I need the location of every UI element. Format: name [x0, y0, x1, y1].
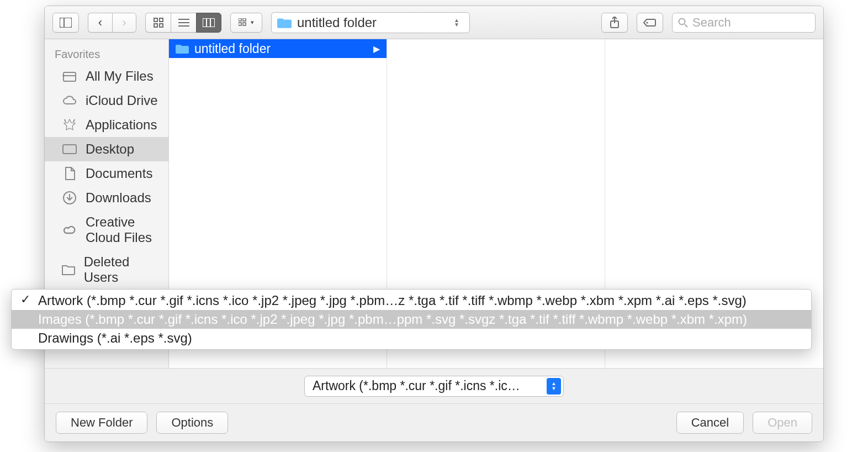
new-folder-button[interactable]: New Folder	[56, 412, 147, 434]
folder-icon	[176, 43, 189, 54]
file-type-option[interactable]: Drawings (*.ai *.eps *.svg)	[12, 329, 811, 348]
sidebar-item-label: iCloud Drive	[86, 93, 158, 108]
icloud-icon	[61, 93, 78, 108]
stepper-icon: ▲▼	[454, 18, 464, 27]
nav-segment: ‹ ›	[88, 13, 136, 33]
arrange-button[interactable]: ▾	[230, 13, 262, 33]
svg-point-18	[646, 22, 648, 23]
sidebar-item-downloads[interactable]: Downloads	[45, 186, 168, 210]
open-dialog: ‹ › ▾ untitled folder ▲▼	[44, 6, 824, 442]
svg-rect-13	[243, 18, 246, 21]
share-icon	[610, 17, 620, 29]
sidebar-toggle-button[interactable]	[52, 13, 79, 33]
chevron-left-icon: ‹	[98, 15, 102, 30]
open-button[interactable]: Open	[753, 412, 812, 434]
svg-rect-5	[160, 24, 163, 27]
view-mode-segment	[145, 13, 221, 33]
svg-rect-14	[239, 23, 241, 25]
sidebar-item-label: Downloads	[86, 190, 151, 206]
list-view-button[interactable]	[171, 13, 196, 33]
dialog-footer: New Folder Options Cancel Open	[45, 404, 823, 442]
file-type-select[interactable]: Artwork (*.bmp *.cur *.gif *.icns *.ic… …	[304, 376, 564, 397]
path-popup[interactable]: untitled folder ▲▼	[271, 12, 470, 33]
svg-line-20	[685, 24, 687, 27]
svg-rect-0	[60, 18, 72, 28]
search-placeholder: Search	[692, 15, 731, 30]
icon-view-button[interactable]	[145, 13, 171, 33]
stepper-icon: ▲▼	[547, 378, 561, 395]
tag-icon	[643, 18, 657, 27]
svg-rect-4	[154, 24, 157, 27]
file-row-label: untitled folder	[194, 41, 271, 56]
cancel-button[interactable]: Cancel	[676, 412, 744, 434]
search-field[interactable]: Search	[672, 13, 816, 33]
search-icon	[678, 18, 688, 28]
file-type-option[interactable]: Artwork (*.bmp *.cur *.gif *.icns *.ico …	[12, 291, 811, 310]
sidebar-header: Favorites	[45, 43, 168, 64]
downloads-icon	[61, 191, 78, 205]
svg-rect-3	[160, 18, 163, 22]
sidebar-item-label: Desktop	[86, 141, 134, 157]
folder-icon	[61, 262, 76, 277]
columns-icon	[203, 18, 215, 27]
desktop-icon	[61, 142, 78, 156]
creative-cloud-icon	[61, 223, 78, 237]
svg-rect-2	[154, 18, 157, 22]
svg-rect-15	[243, 23, 246, 25]
arrange-icon	[239, 18, 248, 27]
sidebar-item-applications[interactable]: Applications	[45, 113, 168, 137]
sidebar-item-documents[interactable]: Documents	[45, 161, 168, 186]
all-my-files-icon	[61, 69, 78, 83]
forward-button[interactable]: ›	[112, 13, 136, 33]
documents-icon	[61, 166, 78, 181]
list-icon	[178, 18, 189, 27]
folder-icon	[277, 17, 292, 29]
back-button[interactable]: ‹	[88, 13, 112, 33]
svg-rect-23	[63, 145, 76, 154]
column-view-button[interactable]	[196, 13, 221, 33]
chevron-right-icon: ▶	[373, 44, 380, 54]
toolbar: ‹ › ▾ untitled folder ▲▼	[45, 6, 823, 39]
tags-button[interactable]	[637, 13, 663, 33]
sidebar-item-creative-cloud-files[interactable]: Creative Cloud Files	[45, 210, 168, 250]
sidebar-item-label: Deleted Users	[84, 254, 158, 285]
sidebar-toggle-icon	[60, 18, 72, 28]
svg-rect-12	[239, 18, 241, 21]
file-type-selected-label: Artwork (*.bmp *.cur *.gif *.icns *.ic…	[313, 379, 542, 393]
sidebar-item-label: All My Files	[86, 69, 154, 84]
sidebar-item-label: Creative Cloud Files	[86, 214, 158, 245]
grid-icon	[154, 18, 163, 28]
sidebar-item-label: Applications	[86, 117, 157, 133]
sidebar-item-desktop[interactable]: Desktop	[45, 137, 168, 161]
chevron-right-icon: ›	[122, 15, 126, 30]
sidebar-item-all-my-files[interactable]: All My Files	[45, 64, 168, 88]
file-type-option[interactable]: Images (*.bmp *.cur *.gif *.icns *.ico *…	[12, 310, 811, 329]
file-row[interactable]: untitled folder▶	[169, 39, 387, 58]
file-type-row: Artwork (*.bmp *.cur *.gif *.icns *.ic… …	[45, 369, 823, 404]
options-button[interactable]: Options	[156, 412, 228, 434]
chevron-down-icon: ▾	[251, 19, 254, 26]
sidebar-item-label: Documents	[86, 166, 152, 181]
svg-rect-9	[203, 18, 215, 27]
svg-point-19	[679, 18, 685, 24]
share-button[interactable]	[601, 13, 628, 33]
sidebar-item-deleted-users[interactable]: Deleted Users	[45, 250, 168, 290]
sidebar-item-icloud-drive[interactable]: iCloud Drive	[45, 88, 168, 113]
svg-rect-21	[63, 72, 76, 81]
path-label: untitled folder	[297, 15, 377, 30]
applications-icon	[61, 118, 78, 132]
file-type-menu[interactable]: Artwork (*.bmp *.cur *.gif *.icns *.ico …	[11, 289, 812, 350]
